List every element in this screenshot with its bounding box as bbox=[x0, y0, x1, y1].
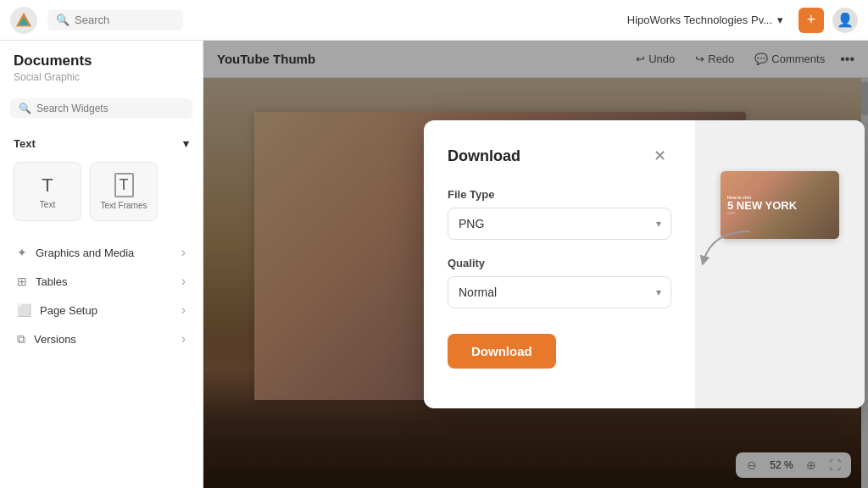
chevron-down-icon: ▾ bbox=[183, 137, 189, 150]
text-frames-label: Text Frames bbox=[100, 201, 147, 210]
text-section-label: Text bbox=[14, 137, 36, 150]
quality-select-wrapper[interactable]: Low Normal High ▾ bbox=[448, 276, 671, 308]
file-type-label: File Type bbox=[448, 188, 671, 201]
arrow-indicator bbox=[695, 227, 763, 273]
versions-icon: ⧉ bbox=[17, 332, 25, 347]
text-section-toggle[interactable]: Text ▾ bbox=[10, 132, 192, 155]
search-icon: 🔍 bbox=[56, 14, 70, 26]
topbar-right: HipoWorks Technologies Pv... ▾ + 👤 bbox=[620, 8, 858, 33]
close-modal-button[interactable]: ✕ bbox=[648, 144, 671, 168]
global-search[interactable]: 🔍 bbox=[47, 9, 183, 30]
text-icon: T bbox=[42, 175, 53, 197]
download-button-container: Download bbox=[448, 334, 671, 369]
tables-label: Tables bbox=[36, 275, 68, 288]
chevron-right-icon: › bbox=[181, 302, 186, 318]
file-type-select[interactable]: PNG JPG SVG PDF bbox=[448, 208, 671, 240]
widget-search-input[interactable] bbox=[36, 103, 184, 114]
file-type-group: File Type PNG JPG SVG PDF ▾ bbox=[448, 188, 671, 240]
tables-icon: ⊞ bbox=[17, 274, 27, 288]
workspace-selector[interactable]: HipoWorks Technologies Pv... ▾ bbox=[620, 10, 790, 30]
modal-left: Download ✕ File Type PNG JPG SVG PDF bbox=[424, 120, 695, 408]
nav-items: ✦ Graphics and Media › ⊞ Tables › ⬜ Page… bbox=[0, 233, 203, 358]
quality-label: Quality bbox=[448, 257, 671, 269]
sidebar-item-tables[interactable]: ⊞ Tables › bbox=[10, 267, 192, 296]
modal-overlay: Download ✕ File Type PNG JPG SVG PDF bbox=[203, 41, 868, 488]
workspace-name: HipoWorks Technologies Pv... bbox=[627, 14, 772, 26]
modal-title: Download bbox=[448, 147, 520, 165]
versions-label: Versions bbox=[34, 333, 76, 346]
chevron-right-icon: › bbox=[181, 245, 186, 260]
chevron-right-icon: › bbox=[181, 274, 186, 289]
app-logo[interactable] bbox=[10, 7, 37, 34]
chevron-down-icon: ▾ bbox=[777, 14, 783, 26]
modal-header: Download ✕ bbox=[448, 144, 671, 168]
main-layout: Documents Social Graphic 🔍 Text ▾ T Text… bbox=[0, 41, 868, 488]
canvas-area: YouTube Thumb ↩ Undo ↪ Redo 💬 Comments •… bbox=[203, 41, 868, 488]
sidebar-subtitle: Social Graphic bbox=[14, 71, 189, 83]
page-setup-label: Page Setup bbox=[40, 304, 97, 317]
sidebar-item-graphics[interactable]: ✦ Graphics and Media › bbox=[10, 238, 192, 267]
sidebar-item-versions[interactable]: ⧉ Versions › bbox=[10, 324, 192, 353]
download-modal: Download ✕ File Type PNG JPG SVG PDF bbox=[424, 120, 865, 408]
modal-preview-panel: How to visit 5 NEW YORK CITY bbox=[695, 120, 865, 408]
text-frames-icon: T bbox=[114, 173, 134, 197]
sidebar-header: Documents Social Graphic bbox=[0, 41, 203, 92]
text-item-label: Text bbox=[40, 200, 55, 209]
sidebar-title: Documents bbox=[14, 53, 189, 69]
chevron-right-icon: › bbox=[181, 331, 186, 347]
add-button[interactable]: + bbox=[798, 8, 824, 33]
download-button[interactable]: Download bbox=[448, 334, 556, 369]
quality-select[interactable]: Low Normal High bbox=[448, 276, 671, 308]
search-input[interactable] bbox=[75, 14, 175, 26]
topbar: 🔍 HipoWorks Technologies Pv... ▾ + 👤 bbox=[0, 0, 868, 41]
quality-group: Quality Low Normal High ▾ bbox=[448, 257, 671, 308]
widget-search[interactable]: 🔍 bbox=[10, 98, 192, 119]
file-type-select-wrapper[interactable]: PNG JPG SVG PDF ▾ bbox=[448, 208, 671, 240]
thumbnail-main-text: 5 NEW YORK bbox=[727, 200, 832, 211]
graphics-label: Graphics and Media bbox=[36, 247, 134, 259]
sidebar-item-page-setup[interactable]: ⬜ Page Setup › bbox=[10, 296, 192, 324]
page-setup-icon: ⬜ bbox=[17, 303, 31, 317]
search-icon: 🔍 bbox=[19, 103, 31, 114]
sidebar: Documents Social Graphic 🔍 Text ▾ T Text… bbox=[0, 41, 203, 488]
text-item-text[interactable]: T Text bbox=[14, 162, 81, 221]
text-items: T Text T Text Frames bbox=[10, 155, 192, 228]
graphics-icon: ✦ bbox=[17, 246, 27, 259]
thumbnail-sub-text: CITY bbox=[727, 211, 832, 215]
text-item-frames[interactable]: T Text Frames bbox=[90, 162, 158, 221]
text-section: Text ▾ T Text T Text Frames bbox=[0, 127, 203, 233]
user-avatar[interactable]: 👤 bbox=[832, 8, 858, 33]
